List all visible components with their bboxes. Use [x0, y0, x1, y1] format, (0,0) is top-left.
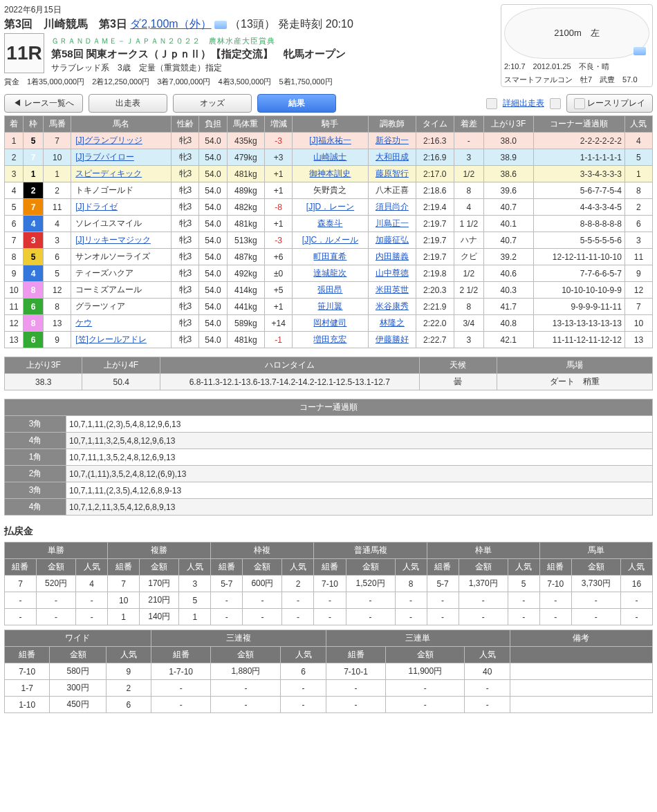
- meeting-line: 第3回 川崎競馬 第3日 ダ2,100m（外） （13頭） 発走時刻 20:10: [4, 17, 494, 32]
- weather-icon: [633, 47, 646, 55]
- entries-tab[interactable]: 出走表: [89, 94, 167, 113]
- doc-icon: [486, 98, 497, 109]
- result-row: 1369[笠]クレールアドレ牝354.0481kg-1増田充宏伊藤勝好2:22.…: [5, 332, 653, 348]
- corner-table: コーナー通過順 3角10,7,1,11,(2,3),5,4,8,12,9,6,1…: [4, 399, 653, 516]
- series-label: ＧＲＡＮＤＡＭＥ－ＪＡＰＡＮ２０２２ 農林水産大臣賞典: [4, 36, 494, 46]
- race-title: 第58回 関東オークス（ＪｐｎⅡ）【指定交流】 牝馬オープン: [4, 48, 494, 61]
- result-row: 157[J]グランブリッジ牝354.0435kg-3[J]福永祐一新谷功一2:1…: [5, 133, 653, 149]
- result-row: 2710[J]ラブパイロー牝354.0479kg+3山崎誠士大和田成2:16.9…: [5, 149, 653, 166]
- track-record-box: 2100m 左 2:10.7 2012.01.25 不良・晴 スマートファルコン…: [501, 4, 653, 87]
- back-button[interactable]: ◀ レース一覧へ: [4, 94, 83, 113]
- result-tab[interactable]: 結果: [257, 94, 336, 113]
- result-row: 422トキノゴールド牝354.0489kg+1矢野貴之八木正喜2:18.6839…: [5, 182, 653, 199]
- lap-table: 上がり3F上がり4Fハロンタイム天候馬場 38.350.46.8-11.3-12…: [4, 357, 653, 390]
- corner-title: コーナー通過順: [5, 399, 653, 416]
- detail-entries-link[interactable]: 詳細出走表: [503, 97, 544, 109]
- result-row: 12813ケウ牝354.0589kg+14岡村健司林隆之2:22.03/440.…: [5, 315, 653, 332]
- odds-tab[interactable]: オッズ: [173, 94, 252, 113]
- race-number: 11R: [4, 33, 44, 73]
- result-row: 10812コーミズアムール牝354.0414kg+5張田昂米田英世2:20.32…: [5, 282, 653, 299]
- result-row: 945ティーズハクア牝354.0492kg±0達城龍次山中尊徳2:19.81/2…: [5, 265, 653, 282]
- course-link[interactable]: ダ2,100m（外）: [130, 17, 211, 32]
- results-table: 着枠馬番馬名性齢負担馬体重増減騎手調教師タイム着差上がり3Fコーナー通過順人気 …: [4, 115, 653, 348]
- prize-line: 賞金 1着35,000,000円 2着12,250,000円 3着7,000,0…: [4, 77, 494, 87]
- race-subtitle: サラブレッド系 3歳 定量（重賞競走）指定: [4, 62, 494, 74]
- tab-bar: ◀ レース一覧へ 出走表 オッズ 結果 詳細出走表 レースリプレイ: [4, 94, 653, 113]
- result-row: 311スピーディキック牝354.0481kg+1御神本訓史藤原智行2:17.01…: [5, 166, 653, 182]
- result-row: 644ソレイユスマイル牝354.0481kg+1森泰斗川島正一2:19.71 1…: [5, 216, 653, 232]
- result-row: 856サンオルソーライズ牝354.0487kg+6町田直希内田勝義2:19.7ク…: [5, 249, 653, 265]
- page-icon: [550, 98, 561, 109]
- replay-icon: [574, 98, 585, 109]
- result-row: 5711[J]ドライゼ牝354.0482kg-8[J]D．レーン須貝尚介2:19…: [5, 199, 653, 216]
- replay-button[interactable]: レースリプレイ: [566, 94, 653, 113]
- result-row: 1168グラーツィア牝354.0441kg+1笹川翼米谷康秀2:21.9841.…: [5, 299, 653, 315]
- result-row: 733[J]リッキーマジック牝354.0513kg-3[J]C．ルメール加藤征弘…: [5, 232, 653, 249]
- weather-icon: [214, 21, 227, 29]
- payout-table-top: 単勝複勝枠複普通馬複枠単馬単 組番金額人気組番金額人気組番金額人気組番金額人気組…: [4, 542, 653, 625]
- race-header: 2022年6月15日 第3回 川崎競馬 第3日 ダ2,100m（外） （13頭）…: [4, 4, 653, 87]
- payout-title: 払戻金: [4, 525, 653, 538]
- race-date: 2022年6月15日: [4, 4, 494, 16]
- payout-table-bottom: ワイド三連複三連単備考 組番金額人気組番金額人気組番金額人気 7-10580円9…: [4, 630, 653, 713]
